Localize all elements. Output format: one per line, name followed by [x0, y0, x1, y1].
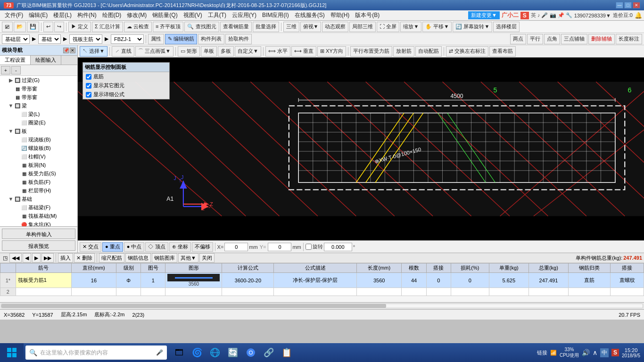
taskbar-app2[interactable]: 🌀 [189, 344, 206, 361]
sidebar-pin-btn[interactable]: 📌 [63, 48, 69, 53]
tree-item-beam-g[interactable]: ▶ 🔲 过梁(G) [0, 76, 77, 84]
cell-count-2[interactable] [402, 288, 426, 296]
nav-prev-btn[interactable]: ◀ [23, 253, 31, 263]
three-point-axis-btn[interactable]: 三点辅轴 [561, 34, 587, 44]
nav-last-btn[interactable]: ▶▶ [41, 253, 54, 263]
fullscreen-btn[interactable]: ⛶ 全屏 [377, 22, 399, 32]
parallel-rebar-btn[interactable]: 平行布置受力筋 [350, 46, 392, 57]
wifi-icon[interactable]: 📶 [550, 350, 557, 356]
tree-expand-slab-rebar[interactable] [14, 170, 21, 177]
sound-icon[interactable]: 🔊 [582, 349, 590, 356]
close-btn[interactable]: ✕ [633, 2, 640, 8]
define-btn[interactable]: ▶ 定义 [68, 22, 91, 32]
open-btn[interactable]: 📂 [14, 22, 26, 32]
cell-category-1[interactable]: 直筋 [568, 273, 610, 288]
snap-intersection-btn[interactable]: ✕ 交点 [80, 242, 101, 252]
rebar-info-btn[interactable]: 钢筋信息 [125, 253, 151, 263]
select-btn[interactable]: ↖ 选择▼ [80, 46, 107, 57]
rebar-type-select[interactable]: 筏板主筋 [69, 34, 102, 44]
s-ime-icon[interactable]: S [611, 349, 619, 356]
radial-rebar-btn[interactable]: 放射筋 [393, 46, 414, 57]
pick-component-btn[interactable]: 拾取构件 [225, 34, 252, 44]
tree-expand-beam-l[interactable] [14, 111, 21, 117]
notification-icon[interactable]: ∧ [593, 349, 597, 356]
rotate-btn[interactable]: 🔄 屏幕旋转▼ [453, 22, 492, 32]
parallel-btn[interactable]: 平行 [527, 34, 543, 44]
undo-btn[interactable]: ↩ [43, 22, 53, 32]
cell-rebar-name-1[interactable]: 筏板受力筋1 [16, 273, 71, 288]
snap-endpoint-btn[interactable]: ● 重点 [102, 242, 123, 252]
rebar-check-other[interactable]: 显示其它图元 [83, 81, 169, 90]
menu-edit[interactable]: 编辑(E) [26, 10, 50, 20]
rotate-input[interactable] [324, 243, 352, 251]
tree-expand-strip[interactable] [8, 85, 14, 92]
table-row-1[interactable]: 1* 筏板受力筋1 16 Φ 1 3560 3600-20-20 净长-保护层-… [0, 273, 644, 288]
tree-expand-beam-g[interactable]: ▶ [8, 77, 14, 83]
cell-total-weight-2[interactable] [528, 288, 568, 296]
new-change-btn[interactable]: 新建变更▼ [468, 11, 500, 19]
custom-btn[interactable]: 自定义▼ [235, 46, 261, 57]
rect-btn[interactable]: ▭ 矩形 [178, 46, 200, 57]
tree-item-slab-rebar[interactable]: ▦ 板受力筋(S) [0, 169, 77, 178]
menu-bim[interactable]: BIM应用(I) [259, 10, 292, 20]
find-elem-btn[interactable]: 🔍 查找图元 [184, 22, 219, 32]
scale-rebar-btn[interactable]: 缩尺配筋 [99, 253, 124, 263]
ime-lang[interactable]: 中 [600, 348, 609, 357]
table-row-2[interactable]: 2 [0, 288, 644, 296]
insert-row-btn[interactable]: 插入 [58, 253, 73, 263]
cell-unit-weight-2[interactable] [489, 288, 528, 296]
tree-item-slab-bar[interactable]: ▦ 板负筋(F) [0, 178, 77, 186]
cell-splice-1[interactable]: 0 [426, 273, 451, 288]
report-view-btn[interactable]: 报表预览 [2, 240, 75, 251]
tree-item-strip[interactable]: ▦ 带形窗 [0, 84, 77, 93]
tab-project-settings[interactable]: 工程设置 [0, 56, 31, 65]
two-point-btn[interactable]: 两点 [510, 34, 526, 44]
cell-splice-2[interactable] [426, 288, 451, 296]
taskbar-ie[interactable] [206, 344, 223, 361]
batch-select-btn[interactable]: 批量选择 [253, 22, 279, 32]
tree-expand-current-slab[interactable] [14, 136, 21, 143]
rebar-check-formula[interactable]: 显示详细公式 [83, 90, 169, 99]
menu-cloud[interactable]: 云应用(Y) [229, 10, 259, 20]
y-coord-input[interactable] [268, 243, 291, 251]
taskbar-search[interactable]: 🔍 在这里输入你要搜索的内容 🎤 [25, 346, 167, 360]
start-button[interactable] [0, 343, 24, 362]
cell-length-2[interactable] [357, 288, 402, 296]
tree-item-current-slab[interactable]: ⬜ 现浇板(B) [0, 135, 77, 144]
tree-item-stripwindow[interactable]: ▦ 带形窗 [0, 93, 77, 101]
rebar-lib-btn[interactable]: 钢筋图库 [152, 253, 177, 263]
tree-item-pile[interactable]: 🔴 集水坑(K) [0, 220, 77, 226]
taskbar-chrome[interactable] [242, 344, 259, 361]
arc-btn[interactable]: ⌒ 三点画弧▼ [135, 46, 173, 57]
other-btn[interactable]: 其他▼ [178, 253, 198, 263]
cell-shape-2[interactable] [165, 288, 222, 296]
tree-expand-floor-strip[interactable] [14, 187, 21, 194]
tree-item-cap[interactable]: ⬜ 柱帽(V) [0, 152, 77, 161]
component-list-btn[interactable]: 构件列表 [198, 34, 224, 44]
nav-first-btn[interactable]: ◀◀ [9, 253, 22, 263]
redo-btn[interactable]: ↪ [54, 22, 64, 32]
check-other-elements[interactable] [86, 83, 91, 89]
cell-loss-2[interactable] [451, 288, 489, 296]
level-slab-btn[interactable]: ≡ 齐平板顶 [153, 22, 183, 32]
nav-next-btn[interactable]: ▶ [32, 253, 41, 263]
vertical-btn[interactable]: ⟷ 垂直 [291, 46, 316, 57]
view-rebar-layout-btn[interactable]: 查看布筋 [489, 46, 516, 57]
tree-expand-slab-space[interactable] [14, 162, 21, 168]
tree-item-foundation-beam[interactable]: ⬜ 基础梁(F) [0, 203, 77, 212]
drawing-canvas[interactable]: 钢筋显示控制面板 底筋 显示其它图元 显示详细公式 [78, 58, 644, 240]
rebar-check-bottom[interactable]: 底筋 [83, 72, 169, 81]
cell-desc-1[interactable]: 净长-保护层-保护层 [274, 273, 357, 288]
menu-file[interactable]: 文件(F) [2, 10, 26, 20]
zoom-btn[interactable]: 缩放▼ [400, 22, 421, 32]
tree-expand-slab-parent[interactable]: ▼ [8, 128, 14, 134]
menu-floor[interactable]: 楼层(L) [50, 10, 74, 20]
attr-btn[interactable]: 属性 [148, 34, 164, 44]
menu-modify[interactable]: 修改(M) [124, 10, 149, 20]
tab-drawing-input[interactable]: 绘图输入 [31, 56, 61, 65]
tree-item-circle-beam[interactable]: ⬜ 圈梁(E) [0, 118, 77, 127]
auto-rebar-btn[interactable]: 自动配筋 [415, 46, 442, 57]
delete-axis-btn[interactable]: 删除辅轴 [588, 34, 615, 44]
menu-version[interactable]: 版本号(B) [352, 10, 382, 20]
point-btn[interactable]: 点角 [544, 34, 560, 44]
